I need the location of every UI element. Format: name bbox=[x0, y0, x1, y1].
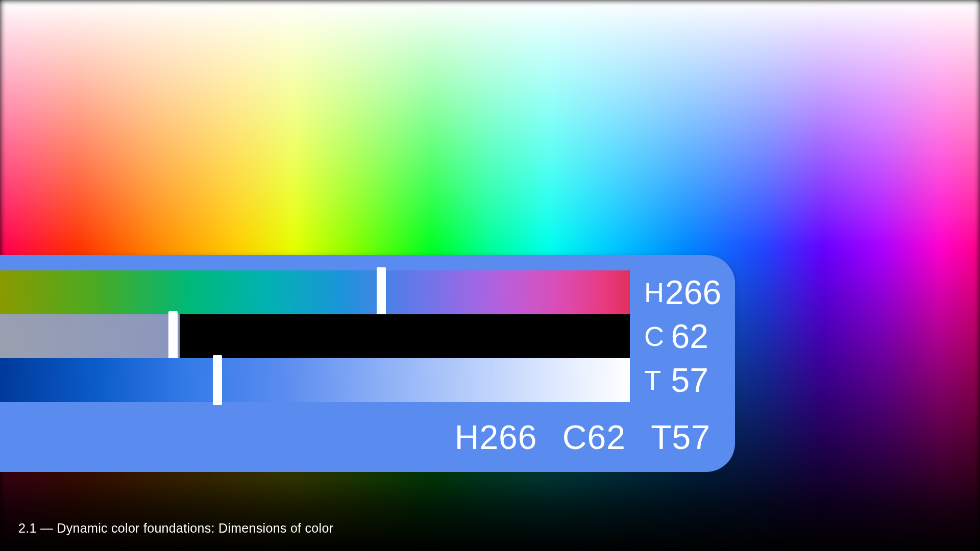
tone-slider-thumb[interactable] bbox=[213, 355, 222, 405]
tone-slider-row: T 57 bbox=[0, 358, 710, 402]
chroma-slider-value: 62 bbox=[665, 317, 710, 356]
chroma-slider-row: C 62 bbox=[0, 314, 710, 358]
chroma-slider-thumb[interactable] bbox=[168, 311, 178, 361]
summary-tone: T57 bbox=[651, 418, 710, 456]
tone-slider-track[interactable] bbox=[0, 358, 630, 402]
hct-control-panel: H 266 C 62 T 57 H266 C62 T57 bbox=[0, 255, 735, 472]
tone-slider-label: T bbox=[644, 364, 665, 396]
hue-slider-row: H 266 bbox=[0, 270, 710, 314]
slide-caption: 2.1 — Dynamic color foundations: Dimensi… bbox=[18, 521, 333, 536]
hct-summary: H266 C62 T57 bbox=[455, 418, 710, 457]
chroma-slider-label: C bbox=[644, 320, 665, 352]
tone-slider-value: 57 bbox=[665, 361, 710, 399]
stage: H 266 C 62 T 57 H266 C62 T57 2.1 — Dynam… bbox=[0, 0, 980, 551]
hue-slider-track[interactable] bbox=[0, 270, 630, 314]
hue-slider-value: 266 bbox=[665, 273, 723, 312]
summary-chroma: C62 bbox=[562, 418, 626, 456]
chroma-out-of-gamut-region bbox=[180, 314, 630, 358]
summary-hue: H266 bbox=[455, 418, 537, 456]
hue-slider-thumb[interactable] bbox=[377, 267, 386, 317]
chroma-slider-track[interactable] bbox=[0, 314, 630, 358]
hue-slider-label: H bbox=[644, 277, 665, 308]
